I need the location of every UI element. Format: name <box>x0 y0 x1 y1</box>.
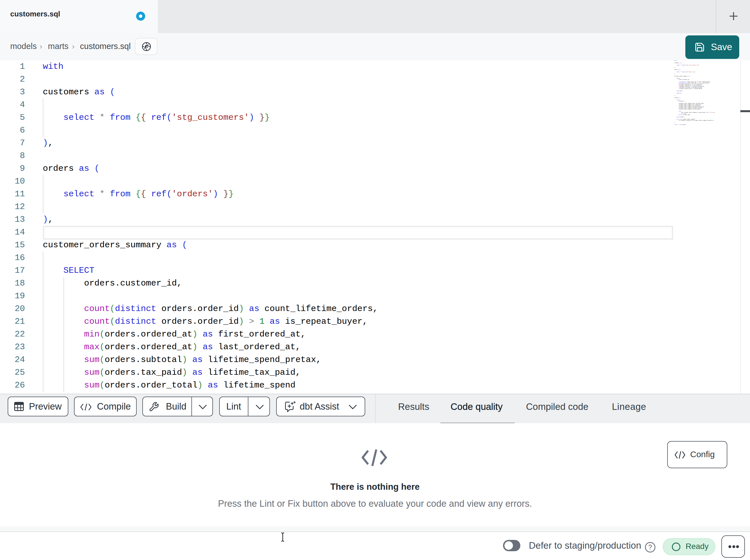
svg-text:?: ? <box>649 544 652 551</box>
